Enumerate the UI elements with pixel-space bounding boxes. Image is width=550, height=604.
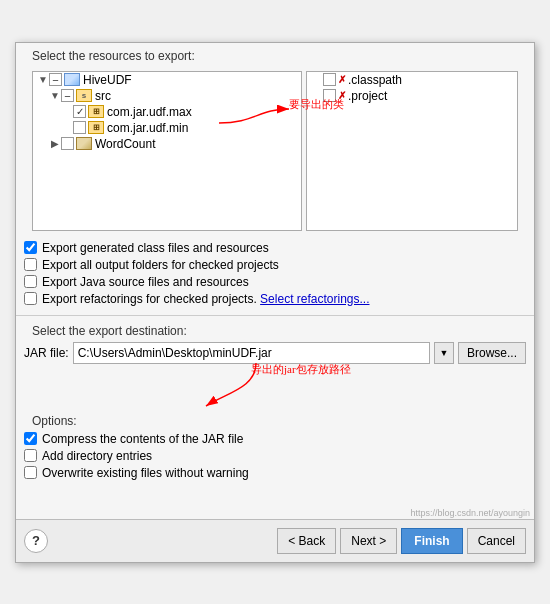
tree-item-src[interactable]: ▼ s src <box>49 88 301 104</box>
export-java-row: Export Java source files and resources <box>24 275 526 289</box>
export-refactor-row: Export refactorings for checked projects… <box>24 292 526 306</box>
annotation-jar-text: 导出的jar包存放路径 <box>251 362 351 377</box>
tree-item-hive-udf[interactable]: ▼ HiveUDF <box>37 72 301 88</box>
right-tree-panel[interactable]: ✗ .classpath ✗ .project <box>306 71 518 231</box>
browse-button[interactable]: Browse... <box>458 342 526 364</box>
spacer-main <box>16 487 534 507</box>
export-classes-row: Export generated class files and resourc… <box>24 241 526 255</box>
annotation-class-text: 要导出的类 <box>289 97 344 112</box>
project-label: .project <box>348 89 387 103</box>
wc-arrow: ▶ <box>49 138 61 149</box>
src-label: src <box>95 89 111 103</box>
min-label: com.jar.udf.min <box>107 121 188 135</box>
classpath-checkbox[interactable] <box>323 73 336 86</box>
hive-udf-arrow: ▼ <box>37 74 49 85</box>
max-label: com.jar.udf.max <box>107 105 192 119</box>
export-output-checkbox[interactable] <box>24 258 37 271</box>
jar-dropdown-btn[interactable]: ▼ <box>434 342 454 364</box>
hive-udf-checkbox[interactable] <box>49 73 62 86</box>
tree-item-com-jar-udf-min[interactable]: ⊞ com.jar.udf.min <box>61 120 301 136</box>
cancel-button[interactable]: Cancel <box>467 528 526 554</box>
back-button[interactable]: < Back <box>277 528 336 554</box>
options-label: Options: <box>24 414 526 428</box>
tree-panels-wrapper: ▼ HiveUDF ▼ s src <box>24 67 526 235</box>
compress-label[interactable]: Compress the contents of the JAR file <box>42 432 243 446</box>
x-icon-classpath: ✗ <box>338 74 346 85</box>
min-checkbox[interactable] <box>73 121 86 134</box>
pkg-icon-max: ⊞ <box>88 105 104 118</box>
export-java-label[interactable]: Export Java source files and resources <box>42 275 249 289</box>
compress-checkbox[interactable] <box>24 432 37 445</box>
wc-checkbox[interactable] <box>61 137 74 150</box>
max-checkbox[interactable] <box>73 105 86 118</box>
pkg-icon-min: ⊞ <box>88 121 104 134</box>
export-output-row: Export all output folders for checked pr… <box>24 258 526 272</box>
export-refactor-label[interactable]: Export refactorings for checked projects… <box>42 292 370 306</box>
export-java-checkbox[interactable] <box>24 275 37 288</box>
overwrite-label[interactable]: Overwrite existing files without warning <box>42 466 249 480</box>
dest-section-label: Select the export destination: <box>24 324 526 338</box>
add-dir-row: Add directory entries <box>24 449 526 463</box>
jar-file-input[interactable] <box>73 342 430 364</box>
resources-section: Select the resources to export: ▼ HiveUD… <box>16 43 534 235</box>
left-tree-panel[interactable]: ▼ HiveUDF ▼ s src <box>32 71 302 231</box>
compress-row: Compress the contents of the JAR file <box>24 432 526 446</box>
jar-file-label: JAR file: <box>24 346 69 360</box>
overwrite-checkbox[interactable] <box>24 466 37 479</box>
select-refactorings-link[interactable]: Select refactorings... <box>260 292 369 306</box>
export-options-section: Export generated class files and resourc… <box>16 235 534 311</box>
tree-item-wordcount[interactable]: ▶ WordCount <box>49 136 301 152</box>
dest-section: Select the export destination: JAR file:… <box>16 320 534 364</box>
src-arrow: ▼ <box>49 90 61 101</box>
overwrite-row: Overwrite existing files without warning <box>24 466 526 480</box>
folder-icon-wc <box>76 137 92 150</box>
tree-item-com-jar-udf-max[interactable]: ⊞ com.jar.udf.max <box>61 104 301 120</box>
help-button[interactable]: ? <box>24 529 48 553</box>
separator-1 <box>16 315 534 316</box>
classpath-label: .classpath <box>348 73 402 87</box>
src-icon: s <box>76 89 92 102</box>
next-button[interactable]: Next > <box>340 528 397 554</box>
hive-udf-label: HiveUDF <box>83 73 132 87</box>
export-output-label[interactable]: Export all output folders for checked pr… <box>42 258 279 272</box>
export-refactor-text: Export refactorings for checked projects… <box>42 292 257 306</box>
wc-label: WordCount <box>95 137 155 151</box>
add-dir-checkbox[interactable] <box>24 449 37 462</box>
tree-item-classpath[interactable]: ✗ .classpath <box>311 72 517 88</box>
bottom-bar: ? < Back Next > Finish Cancel <box>16 519 534 562</box>
export-classes-label[interactable]: Export generated class files and resourc… <box>42 241 269 255</box>
options-section: Options: Compress the contents of the JA… <box>16 364 534 487</box>
resources-label: Select the resources to export: <box>24 49 526 63</box>
export-refactor-checkbox[interactable] <box>24 292 37 305</box>
src-checkbox[interactable] <box>61 89 74 102</box>
watermark: https://blog.csdn.net/ayoungin <box>16 507 534 519</box>
add-dir-label[interactable]: Add directory entries <box>42 449 152 463</box>
finish-button[interactable]: Finish <box>401 528 462 554</box>
project-icon <box>64 73 80 86</box>
export-classes-checkbox[interactable] <box>24 241 37 254</box>
tree-panel-row: ▼ HiveUDF ▼ s src <box>24 67 526 235</box>
dest-row: JAR file: ▼ Browse... <box>24 342 526 364</box>
export-jar-dialog: Select the resources to export: ▼ HiveUD… <box>15 42 535 563</box>
